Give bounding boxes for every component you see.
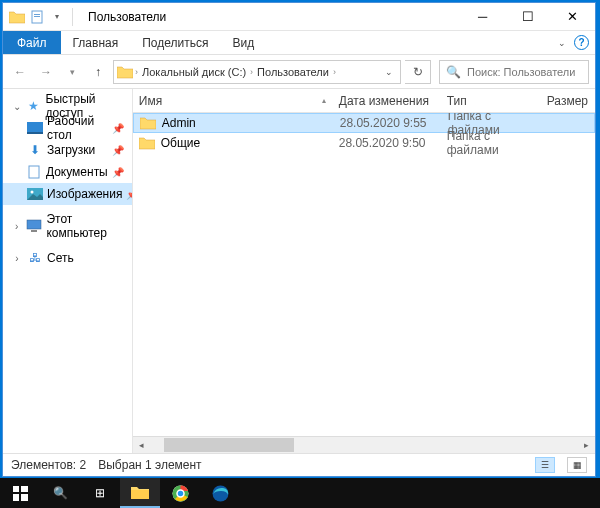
sidebar-item-label: Сеть <box>47 251 74 265</box>
minimize-button[interactable]: ─ <box>460 3 505 31</box>
breadcrumb[interactable]: Локальный диск (C:) <box>140 66 248 78</box>
downloads-icon: ⬇ <box>27 142 43 158</box>
pin-icon: 📌 <box>112 145 124 156</box>
folder-icon <box>117 65 133 79</box>
pin-icon: 📌 <box>112 123 124 134</box>
column-date[interactable]: Дата изменения <box>333 94 441 108</box>
pin-icon: 📌 <box>112 167 124 178</box>
svg-rect-4 <box>27 132 43 134</box>
horizontal-scrollbar[interactable]: ◂ ▸ <box>133 436 595 453</box>
chevron-right-icon[interactable]: › <box>250 67 253 77</box>
address-bar[interactable]: › Локальный диск (C:) › Пользователи › ⌄ <box>113 60 401 84</box>
sidebar-item-label: Загрузки <box>47 143 95 157</box>
network-icon: 🖧 <box>27 250 43 266</box>
documents-icon <box>27 164 42 180</box>
sidebar-this-pc[interactable]: › Этот компьютер <box>3 215 132 237</box>
sidebar-item-desktop[interactable]: Рабочий стол 📌 <box>3 117 132 139</box>
scroll-left-icon[interactable]: ◂ <box>133 437 150 454</box>
nav-back-button[interactable]: ← <box>9 61 31 83</box>
chevron-down-icon[interactable]: ⌄ <box>11 101 22 112</box>
sidebar-item-label: Документы <box>46 165 108 179</box>
refresh-button[interactable]: ↻ <box>405 60 431 84</box>
sidebar-item-pictures[interactable]: Изображения 📌 <box>3 183 132 205</box>
separator <box>72 8 73 26</box>
chevron-right-icon[interactable]: › <box>135 67 138 77</box>
address-dropdown-icon[interactable]: ⌄ <box>381 67 397 77</box>
breadcrumb[interactable]: Пользователи <box>255 66 331 78</box>
start-button[interactable] <box>0 478 40 508</box>
qat-dropdown-icon[interactable]: ▾ <box>49 9 65 25</box>
search-icon: 🔍 <box>446 65 461 79</box>
nav-forward-button[interactable]: → <box>35 61 57 83</box>
svg-rect-3 <box>27 122 43 132</box>
chevron-right-icon[interactable]: › <box>11 253 23 264</box>
sidebar-network[interactable]: › 🖧 Сеть <box>3 247 132 269</box>
scroll-thumb[interactable] <box>164 438 294 452</box>
search-button[interactable]: 🔍 <box>40 478 80 508</box>
file-tab[interactable]: Файл <box>3 31 61 54</box>
ribbon: Файл Главная Поделиться Вид ⌄ ? <box>3 31 595 55</box>
svg-rect-2 <box>34 16 40 17</box>
tab-view[interactable]: Вид <box>220 31 266 54</box>
nav-recent-dropdown[interactable]: ▾ <box>61 61 83 83</box>
file-date: 28.05.2020 9:50 <box>333 136 441 150</box>
folder-icon <box>140 117 156 130</box>
explorer-taskbar-icon[interactable] <box>120 478 160 508</box>
file-list[interactable]: Admin 28.05.2020 9:55 Папка с файлами Об… <box>133 113 595 436</box>
sidebar-item-label: Изображения <box>47 187 122 201</box>
sort-asc-icon: ▴ <box>322 96 326 105</box>
nav-row: ← → ▾ ↑ › Локальный диск (C:) › Пользова… <box>3 55 595 89</box>
nav-pane: ⌄ ★ Быстрый доступ Рабочий стол 📌 ⬇ Загр… <box>3 89 133 453</box>
tab-share[interactable]: Поделиться <box>130 31 220 54</box>
column-type[interactable]: Тип <box>441 94 541 108</box>
computer-icon <box>26 218 42 234</box>
file-list-area: Имя▴ Дата изменения Тип Размер Admin 28.… <box>133 89 595 453</box>
svg-rect-9 <box>31 230 37 232</box>
svg-rect-13 <box>21 494 28 501</box>
sidebar-item-label: Этот компьютер <box>46 212 131 240</box>
column-headers: Имя▴ Дата изменения Тип Размер <box>133 89 595 113</box>
ribbon-expand-icon[interactable]: ⌄ <box>550 31 574 54</box>
nav-up-button[interactable]: ↑ <box>87 61 109 83</box>
chevron-right-icon[interactable]: › <box>333 67 336 77</box>
view-details-button[interactable]: ☰ <box>535 457 555 473</box>
properties-icon[interactable] <box>29 9 45 25</box>
svg-rect-5 <box>29 166 39 178</box>
svg-point-18 <box>212 485 228 501</box>
help-icon[interactable]: ? <box>574 35 589 50</box>
taskbar: 🔍 ⊞ <box>0 478 600 508</box>
star-icon: ★ <box>26 98 41 114</box>
chevron-right-icon[interactable]: › <box>11 221 22 232</box>
svg-rect-10 <box>13 486 19 492</box>
status-selection: Выбран 1 элемент <box>98 458 201 472</box>
svg-rect-11 <box>21 486 28 492</box>
tab-home[interactable]: Главная <box>61 31 131 54</box>
search-input[interactable]: 🔍 Поиск: Пользователи <box>439 60 589 84</box>
pictures-icon <box>27 186 43 202</box>
close-button[interactable]: ✕ <box>550 3 595 31</box>
file-type: Папка с файлами <box>441 129 541 157</box>
explorer-window: ▾ Пользователи ─ ☐ ✕ Файл Главная Подели… <box>2 2 596 477</box>
status-item-count: Элементов: 2 <box>11 458 86 472</box>
maximize-button[interactable]: ☐ <box>505 3 550 31</box>
view-large-button[interactable]: ▦ <box>567 457 587 473</box>
folder-icon <box>9 9 25 25</box>
table-row[interactable]: Общие 28.05.2020 9:50 Папка с файлами <box>133 133 595 153</box>
task-view-button[interactable]: ⊞ <box>80 478 120 508</box>
chrome-taskbar-icon[interactable] <box>160 478 200 508</box>
status-bar: Элементов: 2 Выбран 1 элемент ☰ ▦ <box>3 453 595 476</box>
sidebar-item-label: Рабочий стол <box>47 114 108 142</box>
sidebar-item-documents[interactable]: Документы 📌 <box>3 161 132 183</box>
content-area: ⌄ ★ Быстрый доступ Рабочий стол 📌 ⬇ Загр… <box>3 89 595 453</box>
file-name: Общие <box>161 136 200 150</box>
svg-rect-1 <box>34 14 40 15</box>
scroll-right-icon[interactable]: ▸ <box>578 437 595 454</box>
sidebar-item-downloads[interactable]: ⬇ Загрузки 📌 <box>3 139 132 161</box>
column-name[interactable]: Имя▴ <box>133 94 333 108</box>
svg-point-7 <box>31 191 34 194</box>
edge-taskbar-icon[interactable] <box>200 478 240 508</box>
file-name: Admin <box>162 116 196 130</box>
svg-rect-12 <box>13 494 19 501</box>
desktop-icon <box>27 120 43 136</box>
column-size[interactable]: Размер <box>541 94 595 108</box>
